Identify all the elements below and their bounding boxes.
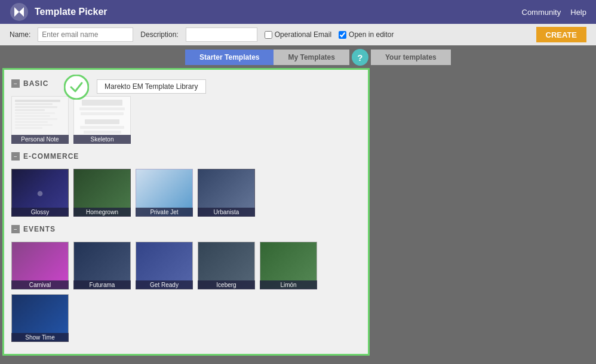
ecommerce-collapse-icon[interactable]: − [11, 152, 20, 161]
events-section-title: EVENTS [23, 225, 56, 233]
header-nav: Community Help [522, 8, 587, 17]
urbanista-label: Urbanista [198, 208, 255, 217]
get-ready-label: Get Ready [136, 280, 193, 289]
show-time-label: Show Time [11, 333, 69, 342]
page-title: Template Picker [35, 7, 522, 17]
template-private-jet[interactable]: Private Jet [136, 169, 193, 217]
open-in-editor-checkbox[interactable] [339, 31, 346, 39]
success-icon [64, 75, 89, 100]
email-name-input[interactable] [38, 27, 133, 42]
template-iceberg[interactable]: Iceberg [198, 242, 255, 289]
tabs-row: Starter Templates My Templates ? Your te… [0, 45, 596, 66]
create-button[interactable]: CREATE [536, 27, 586, 42]
name-label: Name: [10, 30, 30, 39]
template-homegrown[interactable]: Homegrown [73, 169, 131, 217]
limon-label: Limón [260, 280, 317, 289]
events-section-header: − EVENTS [4, 221, 368, 237]
ecommerce-section: − E-COMMERCE ● Glossy H [4, 149, 368, 221]
main-content: Marekto EM Template Library − BASIC [0, 66, 596, 358]
ecommerce-template-grid: ● Glossy Homegrown Private [4, 164, 368, 221]
events-template-grid: Carnival Futurama Get Ready [4, 237, 368, 347]
template-library-panel: Marekto EM Template Library − BASIC [2, 68, 370, 356]
homegrown-label: Homegrown [73, 208, 131, 217]
description-input[interactable] [186, 27, 257, 42]
tab-my-templates[interactable]: My Templates [274, 50, 349, 65]
toolbar: Name: Description: Operational Email Ope… [0, 24, 596, 45]
community-link[interactable]: Community [522, 8, 561, 17]
glossy-label: Glossy [11, 208, 69, 217]
carnival-label: Carnival [11, 280, 69, 289]
help-icon-button[interactable]: ? [352, 49, 368, 66]
svg-point-2 [64, 75, 88, 99]
marketo-logo [10, 2, 29, 21]
template-get-ready[interactable]: Get Ready [136, 242, 193, 289]
basic-template-grid: Personal Note Skeleton [4, 91, 368, 149]
template-carnival[interactable]: Carnival [11, 242, 69, 289]
operational-email-checkbox[interactable] [265, 31, 272, 39]
right-panel [370, 66, 596, 358]
skeleton-label: Skeleton [73, 135, 131, 144]
template-show-time[interactable]: Show Time [11, 294, 69, 342]
description-label: Description: [140, 30, 178, 39]
ecommerce-section-title: E-COMMERCE [23, 152, 79, 161]
personal-note-label: Personal Note [11, 135, 69, 144]
library-tooltip-label: Marekto EM Template Library [97, 79, 206, 94]
ecommerce-section-header: − E-COMMERCE [4, 149, 368, 164]
iceberg-label: Iceberg [198, 280, 255, 289]
basic-section-title: BASIC [23, 79, 48, 88]
template-skeleton[interactable]: Skeleton [73, 96, 131, 144]
help-link[interactable]: Help [570, 8, 586, 17]
events-section: − EVENTS Carnival Futurama [4, 221, 368, 347]
basic-collapse-icon[interactable]: − [11, 79, 20, 88]
template-limon[interactable]: Limón [260, 242, 317, 289]
template-futurama[interactable]: Futurama [73, 242, 131, 289]
template-urbanista[interactable]: Urbanista [198, 169, 255, 217]
tab-your-templates[interactable]: Your templates [371, 50, 451, 65]
app-header: Template Picker Community Help [0, 0, 596, 24]
template-personal-note[interactable]: Personal Note [11, 96, 69, 144]
open-in-editor-label: Open in editor [349, 30, 394, 39]
operational-email-group: Operational Email [265, 30, 331, 39]
template-glossy[interactable]: ● Glossy [11, 169, 69, 217]
operational-email-label: Operational Email [275, 30, 331, 39]
futurama-label: Futurama [73, 280, 131, 289]
open-in-editor-group: Open in editor [339, 30, 394, 39]
events-collapse-icon[interactable]: − [11, 225, 20, 233]
private-jet-label: Private Jet [136, 208, 193, 217]
tab-starter-templates[interactable]: Starter Templates [185, 50, 274, 65]
